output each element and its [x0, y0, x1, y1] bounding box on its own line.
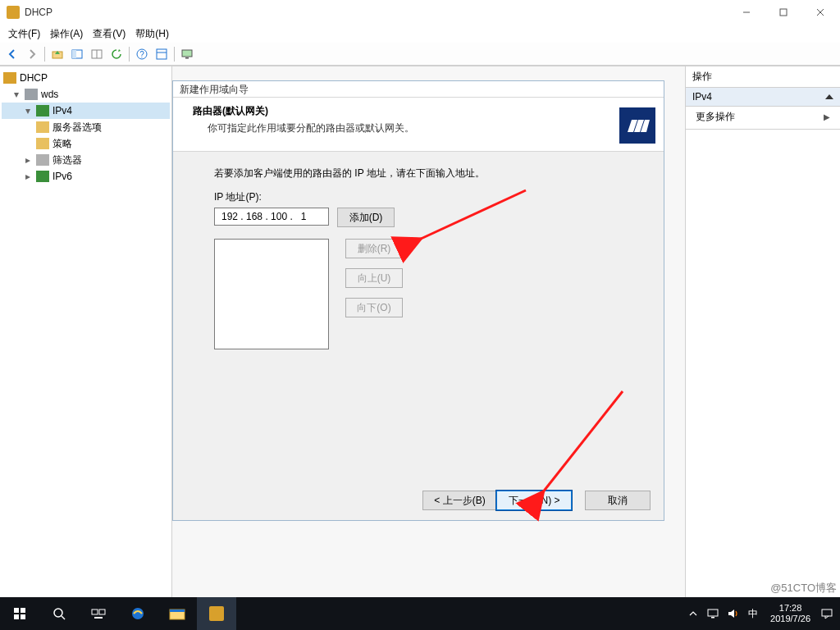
panel1-icon[interactable]	[68, 45, 86, 63]
search-icon[interactable]	[39, 597, 79, 630]
close-button[interactable]	[801, 1, 838, 24]
svg-rect-19	[14, 614, 19, 619]
svg-rect-28	[170, 609, 185, 612]
maximize-button[interactable]	[765, 1, 801, 24]
ip-address-input[interactable]	[214, 208, 329, 226]
move-down-button: 向下(O)	[345, 298, 403, 317]
wizard-instruction: 若要添加客户端使用的路由器的 IP 地址，请在下面输入地址。	[214, 167, 644, 180]
more-actions-item[interactable]: 更多操作 ▶	[686, 107, 840, 127]
svg-rect-23	[92, 609, 98, 614]
svg-point-21	[54, 609, 62, 617]
svg-rect-31	[822, 609, 832, 616]
tree-policies-label: 策略	[52, 136, 72, 151]
wizard-header: 路由器(默认网关) 你可指定此作用域要分配的路由器或默认网关。	[173, 98, 664, 152]
content-pane: 新建作用域向导 路由器(默认网关) 你可指定此作用域要分配的路由器或默认网关。 …	[172, 66, 686, 597]
svg-rect-1	[780, 9, 787, 16]
props-icon[interactable]	[153, 45, 171, 63]
move-up-button: 向上(U)	[345, 268, 403, 288]
ipv6-icon	[36, 171, 49, 182]
tree-server-options-label: 服务器选项	[52, 120, 102, 135]
minimize-button[interactable]	[728, 1, 765, 24]
ime-indicator[interactable]: 中	[742, 597, 764, 630]
clock-time: 17:28	[770, 603, 810, 614]
folder-icon	[36, 121, 49, 133]
start-button[interactable]	[0, 597, 39, 630]
panel2-icon[interactable]	[88, 45, 106, 63]
taskbar-clock[interactable]: 17:28 2019/7/26	[764, 603, 817, 624]
actions-header: 操作	[686, 66, 840, 88]
collapse-icon[interactable]: ▾	[23, 103, 33, 118]
expand-icon[interactable]: ▸	[23, 153, 33, 167]
folder-icon	[36, 154, 49, 166]
remove-button: 删除(R)	[345, 239, 403, 258]
back-icon[interactable]	[3, 45, 21, 63]
toolbar-separator	[44, 47, 45, 62]
clock-date: 2019/7/26	[770, 614, 810, 624]
tray-expand-icon[interactable]	[683, 597, 703, 630]
tree-ipv6-label: IPv6	[52, 169, 72, 184]
ip-field-label: IP 地址(P):	[214, 190, 644, 204]
tree-server-options[interactable]: 服务器选项	[2, 119, 170, 135]
tree-policies[interactable]: 策略	[2, 135, 170, 152]
expand-icon[interactable]: ▸	[23, 169, 33, 184]
menu-action[interactable]: 操作(A)	[47, 25, 86, 43]
tree-pane[interactable]: DHCP ▾wds ▾IPv4 服务器选项 策略 ▸筛选器 ▸IPv6	[0, 66, 172, 597]
systray: 中 17:28 2019/7/26	[683, 597, 840, 630]
taskbar-explorer-icon[interactable]	[158, 597, 197, 630]
menu-bar: 文件(F) 操作(A) 查看(V) 帮助(H)	[0, 25, 840, 43]
window-title: DHCP	[25, 7, 728, 18]
toolbar-separator-3	[174, 47, 175, 62]
new-scope-wizard-dialog: 新建作用域向导 路由器(默认网关) 你可指定此作用域要分配的路由器或默认网关。 …	[172, 80, 664, 521]
dhcp-icon	[209, 606, 224, 621]
up-folder-icon[interactable]	[48, 45, 66, 63]
svg-text:?: ?	[139, 50, 144, 59]
next-button[interactable]: 下一步(N) >	[496, 491, 572, 510]
svg-line-22	[62, 616, 65, 619]
cancel-button[interactable]: 取消	[585, 491, 651, 510]
tree-ipv4[interactable]: ▾IPv4	[2, 103, 170, 119]
back-button[interactable]: < 上一步(B)	[422, 491, 496, 510]
help-icon[interactable]: ?	[133, 45, 151, 63]
menu-help[interactable]: 帮助(H)	[132, 25, 172, 43]
collapse-icon[interactable]: ▾	[11, 87, 21, 102]
menu-file[interactable]: 文件(F)	[5, 25, 43, 43]
task-view-icon[interactable]	[79, 597, 118, 630]
ip-address-list[interactable]	[214, 239, 329, 349]
svg-rect-30	[711, 617, 714, 619]
ipv4-icon	[36, 105, 49, 116]
wizard-heading: 路由器(默认网关)	[193, 104, 651, 118]
server-icon	[25, 89, 38, 100]
tree-server[interactable]: ▾wds	[2, 86, 170, 103]
app-icon	[7, 6, 20, 19]
toolbar: ?	[0, 43, 840, 66]
watermark: @51CTO博客	[770, 581, 837, 596]
svg-rect-20	[21, 614, 25, 619]
refresh-icon[interactable]	[107, 45, 126, 63]
svg-rect-24	[99, 609, 105, 614]
actions-section-ipv4[interactable]: IPv4	[686, 88, 840, 107]
tree-ipv6[interactable]: ▸IPv6	[2, 168, 170, 185]
chevron-right-icon: ▶	[824, 112, 830, 121]
volume-icon[interactable]	[723, 597, 742, 630]
more-actions-label: 更多操作	[696, 110, 735, 124]
add-button[interactable]: 添加(D)	[337, 208, 395, 227]
taskbar-ie-icon[interactable]	[118, 597, 158, 630]
taskbar-dhcp-icon[interactable]	[197, 597, 236, 630]
wizard-buttons: < 上一步(B) 下一步(N) > 取消	[422, 491, 651, 510]
monitor-icon[interactable]	[178, 45, 196, 63]
collapse-triangle-icon	[825, 94, 833, 99]
toolbar-separator-2	[129, 47, 130, 62]
wizard-banner-icon	[619, 107, 655, 144]
ip-address-value[interactable]	[220, 210, 323, 223]
menu-view[interactable]: 查看(V)	[89, 25, 129, 43]
taskbar[interactable]: 中 17:28 2019/7/26	[0, 597, 840, 630]
action-center-icon[interactable]	[817, 597, 837, 630]
dialog-title: 新建作用域向导	[173, 81, 664, 98]
svg-rect-13	[182, 50, 192, 57]
network-icon[interactable]	[703, 597, 723, 630]
tree-filters[interactable]: ▸筛选器	[2, 152, 170, 168]
tree-root-dhcp[interactable]: DHCP	[2, 70, 170, 86]
dhcp-icon	[3, 72, 16, 84]
folder-icon	[36, 138, 49, 149]
forward-icon[interactable]	[23, 45, 41, 63]
